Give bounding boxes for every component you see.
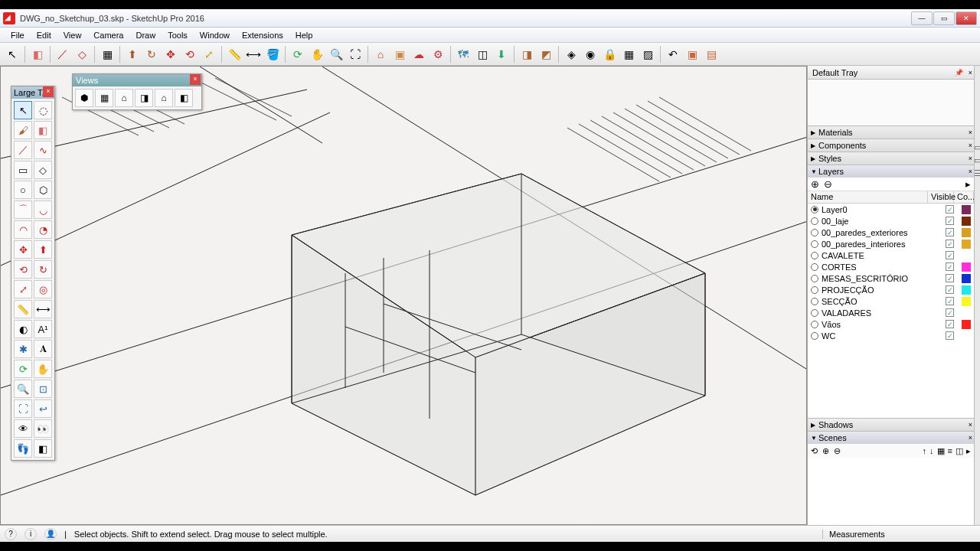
followme-icon[interactable]: ↻ — [142, 45, 161, 64]
arc2-icon[interactable]: ◡ — [34, 201, 52, 219]
section-icon[interactable]: ◨ — [518, 45, 536, 64]
pushpull-icon[interactable]: ⬆ — [123, 45, 142, 64]
offset-icon[interactable]: ◎ — [34, 280, 52, 298]
layer-color-swatch[interactable] — [962, 228, 971, 237]
col-visible[interactable]: Visible — [928, 191, 954, 203]
close-icon[interactable]: × — [969, 434, 972, 442]
layer-row[interactable]: 00_paredes_exteriores✓ — [808, 227, 974, 238]
maximize-button[interactable]: ▭ — [933, 11, 955, 25]
layer-name[interactable]: VALADARES — [822, 308, 946, 318]
right-view-icon[interactable]: ◨ — [135, 89, 153, 107]
layer-color-swatch[interactable] — [962, 217, 971, 226]
prev-icon[interactable]: ↩ — [34, 399, 52, 418]
layer-name[interactable]: CORTES — [822, 262, 946, 272]
menu-help[interactable]: Help — [289, 31, 319, 40]
layer-color-swatch[interactable] — [962, 320, 971, 329]
layer-row[interactable]: CAVALETE✓ — [808, 249, 974, 261]
layer-menu-icon[interactable]: ▸ — [965, 178, 971, 190]
layer-active-radio[interactable] — [811, 229, 818, 236]
layer-color-swatch[interactable] — [962, 262, 971, 272]
pie-icon[interactable]: ◔ — [34, 220, 52, 239]
style-icon[interactable]: ◉ — [581, 45, 599, 64]
rect-icon[interactable]: ▭ — [14, 161, 32, 179]
paint-icon[interactable]: 🖌 — [14, 121, 32, 139]
undo-icon[interactable]: ↶ — [664, 45, 682, 64]
remove-layer-icon[interactable]: ⊖ — [824, 178, 832, 190]
layer-visible-checkbox[interactable]: ✓ — [946, 205, 954, 214]
layer-active-radio[interactable] — [811, 332, 818, 340]
select-icon[interactable]: ↖ — [14, 101, 32, 119]
close-icon[interactable]: × — [190, 74, 201, 85]
zoom-icon[interactable]: 🔍 — [14, 380, 32, 398]
tape-icon[interactable]: 📏 — [14, 300, 32, 318]
panel-header[interactable]: ▼Scenes× — [808, 432, 974, 444]
layer-active-radio[interactable] — [811, 206, 818, 214]
menu-tools[interactable]: Tools — [162, 31, 194, 40]
panel-header[interactable]: ▶Shadows× — [808, 419, 974, 431]
tape-icon[interactable]: 📏 — [225, 45, 243, 64]
layer-visible-checkbox[interactable]: ✓ — [946, 262, 954, 271]
menu-extensions[interactable]: Extensions — [236, 31, 289, 40]
scale-icon[interactable]: ⤢ — [200, 45, 218, 64]
large-toolset-palette[interactable]: Large T... × ↖ ◌ 🖌 ◧ ／ ∿ ▭ ◇ ○ ⬡ ⌒ ◡ ◠ ◔… — [11, 86, 55, 461]
panel-header[interactable]: ▶Styles× — [808, 152, 974, 165]
refresh-icon[interactable]: ⟲ — [811, 446, 818, 456]
layer-row[interactable]: PROJECÇÃO✓ — [808, 284, 974, 295]
layer-row[interactable]: MESAS_ESCRITÓRIO✓ — [808, 272, 974, 284]
layer-name[interactable]: PROJECÇÃO — [822, 285, 946, 295]
back-view-icon[interactable]: ⌂ — [155, 89, 173, 107]
pan-icon[interactable]: ✋ — [308, 45, 326, 64]
layer-name[interactable]: 00_laje — [822, 217, 946, 226]
layer-color-swatch[interactable] — [962, 308, 971, 318]
layout-icon[interactable]: ◈ — [562, 45, 580, 64]
tray-edge[interactable]: ▭▭☰ — [974, 66, 980, 525]
look-icon[interactable]: 👀 — [34, 419, 52, 438]
rect-tool-icon[interactable]: ▦ — [98, 45, 116, 64]
layer-active-radio[interactable] — [811, 263, 818, 271]
geo-icon[interactable]: 🗺 — [454, 45, 472, 64]
paint-icon[interactable]: 🪣 — [263, 45, 282, 64]
layer-visible-checkbox[interactable]: ✓ — [946, 297, 954, 305]
down-icon[interactable]: ↓ — [929, 446, 934, 456]
layer-active-radio[interactable] — [811, 240, 818, 248]
minimize-button[interactable]: — — [911, 11, 933, 25]
close-icon[interactable]: × — [969, 421, 972, 429]
tray-header[interactable]: Default Tray 📌 × — [808, 66, 974, 80]
rotate-icon[interactable]: ⟲ — [14, 260, 32, 279]
menu-view[interactable]: View — [57, 31, 88, 40]
layer-color-swatch[interactable] — [962, 331, 971, 341]
lasso-icon[interactable]: ◌ — [34, 101, 52, 119]
move-icon[interactable]: ✥ — [162, 45, 180, 64]
layer-color-swatch[interactable] — [962, 274, 971, 283]
text-icon[interactable]: A¹ — [34, 320, 52, 338]
warehouse-icon[interactable]: ⌂ — [371, 45, 390, 64]
box2-icon[interactable]: ▤ — [702, 45, 720, 64]
panel-header[interactable]: ▼Layers× — [808, 165, 974, 178]
menu-edit[interactable]: Edit — [31, 31, 57, 40]
layer-row[interactable]: 00_laje✓ — [808, 215, 974, 227]
layer-active-radio[interactable] — [811, 309, 818, 317]
lock-icon[interactable]: 🔒 — [600, 45, 619, 64]
user-icon[interactable]: 👤 — [44, 528, 57, 540]
eraser-icon[interactable]: ◧ — [34, 121, 52, 139]
layer-visible-checkbox[interactable]: ✓ — [946, 320, 954, 328]
info-icon[interactable]: i — [24, 528, 37, 540]
pushpull-icon[interactable]: ⬆ — [34, 240, 52, 259]
photo-icon[interactable]: ⬇ — [492, 45, 511, 64]
iso-view-icon[interactable]: ⬢ — [75, 89, 93, 107]
viewport[interactable] — [0, 66, 807, 525]
dimension-icon[interactable]: ⟷ — [244, 45, 263, 64]
menu-icon[interactable]: ▸ — [966, 446, 971, 456]
close-button[interactable]: ✕ — [956, 11, 977, 25]
pan-icon[interactable]: ✋ — [34, 360, 52, 378]
layer-visible-checkbox[interactable]: ✓ — [946, 228, 954, 236]
layer-row[interactable]: Vãos✓ — [808, 318, 974, 330]
add-layer-icon[interactable]: ⊕ — [811, 178, 819, 190]
scale-icon[interactable]: ⤢ — [14, 280, 32, 298]
menu-draw[interactable]: Draw — [129, 31, 162, 40]
close-icon[interactable]: × — [969, 168, 972, 175]
extension-icon[interactable]: ⚙ — [429, 45, 447, 64]
orbit-icon[interactable]: ⟳ — [289, 45, 307, 64]
scenes-list[interactable] — [808, 458, 974, 525]
followme-icon[interactable]: ↻ — [34, 260, 52, 279]
